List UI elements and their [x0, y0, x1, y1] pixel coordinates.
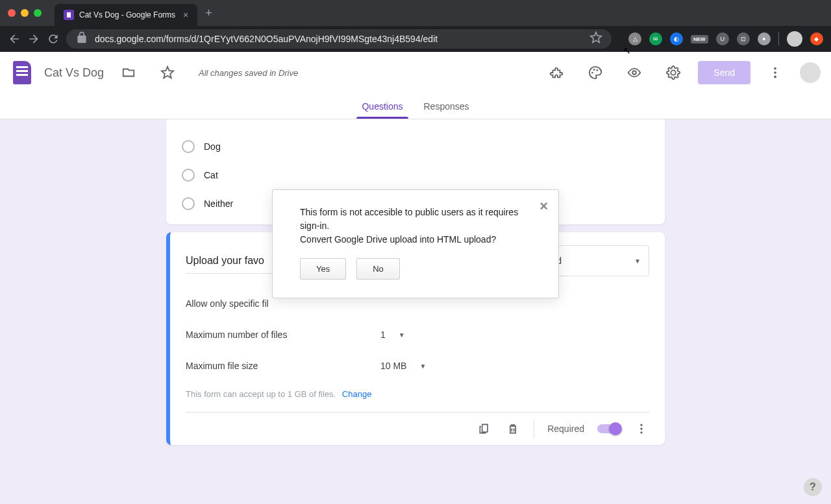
option-label: Cat [204, 170, 218, 180]
svg-point-4 [774, 67, 776, 70]
minimize-window-button[interactable] [21, 9, 29, 17]
required-label: Required [547, 424, 584, 434]
extension-end-icon[interactable]: ◆ [810, 32, 823, 45]
option-label: Neither [204, 198, 233, 209]
setting-max-files: Maximum number of files 1 ▼ [186, 319, 649, 350]
extension-icons: △ ✉ ◐ NEW U ⊡ ● ◆ [628, 31, 823, 47]
radio-icon [182, 197, 195, 210]
tab-responses[interactable]: Responses [414, 93, 480, 119]
svg-point-2 [597, 69, 599, 71]
star-button[interactable] [153, 58, 182, 87]
note-text: This form can accept up to 1 GB of files… [186, 389, 336, 399]
select-value: 10 MB [380, 361, 406, 371]
svg-point-3 [633, 71, 637, 75]
url-bar[interactable]: docs.google.com/forms/d/1QrEYytV662N0O5a… [66, 29, 612, 49]
yes-button[interactable]: Yes [300, 258, 346, 280]
preview-button[interactable] [620, 58, 649, 87]
chevron-down-icon: ▼ [419, 363, 426, 370]
radio-icon [182, 169, 195, 182]
no-button[interactable]: No [356, 258, 400, 280]
dialog-line1: This form is not accesible to public use… [300, 207, 518, 231]
setting-label: Maximum file size [186, 361, 380, 371]
app-header: Cat Vs Dog All changes saved in Drive Se… [0, 52, 831, 93]
extension-drive-icon[interactable]: △ [628, 32, 641, 45]
delete-button[interactable] [505, 421, 521, 437]
option-label: Dog [204, 141, 221, 152]
duplicate-button[interactable] [477, 421, 492, 437]
extension-new-badge[interactable]: NEW [691, 35, 708, 43]
separator [534, 419, 534, 438]
separator [778, 32, 779, 45]
saved-status: All changes saved in Drive [199, 68, 298, 78]
move-to-folder-button[interactable] [114, 58, 143, 87]
lock-icon [75, 31, 88, 47]
storage-note: This form can accept up to 1 GB of files… [186, 381, 649, 407]
help-button[interactable]: ? [804, 478, 822, 496]
favicon-icon [64, 10, 74, 20]
svg-point-6 [774, 76, 776, 78]
setting-label: Allow only specific fil [186, 298, 380, 309]
extension-mail-icon[interactable]: ✉ [649, 32, 662, 45]
close-tab-icon[interactable]: × [183, 10, 188, 20]
close-window-button[interactable] [8, 9, 16, 17]
svg-point-1 [593, 69, 595, 71]
svg-point-7 [640, 424, 642, 426]
browser-tab[interactable]: Cat Vs Dog - Google Forms × [55, 4, 197, 26]
url-text: docs.google.com/forms/d/1QrEYytV662N0O5a… [95, 34, 583, 44]
extension-dot-icon[interactable]: ● [758, 32, 771, 45]
chevron-down-icon: ▼ [634, 258, 641, 265]
dialog-message: This form is not accesible to public use… [300, 206, 531, 246]
extension-shield-icon[interactable]: U [716, 32, 729, 45]
svg-point-5 [774, 71, 776, 74]
more-menu-button[interactable] [761, 58, 789, 87]
customize-theme-button[interactable] [581, 58, 610, 87]
setting-label: Maximum number of files [186, 330, 380, 340]
svg-point-8 [640, 427, 642, 429]
radio-icon [182, 140, 195, 153]
extension-chat-icon[interactable]: ⊡ [737, 32, 750, 45]
send-button[interactable]: Send [698, 61, 750, 84]
tab-questions[interactable]: Questions [351, 93, 413, 119]
browser-address-bar: docs.google.com/forms/d/1QrEYytV662N0O5a… [0, 26, 831, 52]
back-button[interactable] [8, 32, 21, 45]
chevron-down-icon: ▼ [399, 331, 405, 339]
bookmark-star-icon[interactable] [589, 31, 602, 47]
svg-point-0 [591, 72, 593, 74]
change-link[interactable]: Change [342, 389, 372, 399]
radio-option[interactable]: Cat [182, 161, 649, 189]
window-controls [8, 9, 42, 17]
user-avatar[interactable] [800, 62, 821, 83]
new-tab-button[interactable]: + [205, 6, 212, 20]
forward-button[interactable] [27, 32, 40, 45]
addons-button[interactable] [542, 58, 571, 87]
extension-circle-icon[interactable]: ◐ [670, 32, 683, 45]
dialog-line2: Convert Google Drive upload into HTML up… [300, 234, 496, 245]
max-files-select[interactable]: 1 ▼ [380, 330, 405, 340]
select-value: 1 [380, 330, 386, 340]
question-more-button[interactable] [634, 421, 649, 437]
tab-title: Cat Vs Dog - Google Forms [79, 10, 175, 19]
radio-option[interactable]: Dog [182, 132, 649, 161]
max-size-select[interactable]: 10 MB ▼ [380, 361, 426, 371]
required-toggle[interactable] [597, 424, 621, 433]
reload-button[interactable] [47, 32, 60, 45]
form-title[interactable]: Cat Vs Dog [44, 66, 104, 80]
google-forms-logo-icon[interactable] [10, 58, 34, 87]
settings-button[interactable] [659, 58, 688, 87]
browser-tab-bar: Cat Vs Dog - Google Forms × + [0, 0, 831, 26]
svg-point-9 [640, 431, 642, 433]
close-icon[interactable]: × [540, 198, 548, 215]
setting-max-size: Maximum file size 10 MB ▼ [186, 350, 649, 381]
confirm-dialog: × This form is not accesible to public u… [272, 189, 559, 298]
maximize-window-button[interactable] [34, 9, 42, 17]
app-tabs: Questions Responses [0, 93, 831, 119]
card-footer: Required [186, 412, 649, 445]
browser-profile-avatar[interactable] [787, 31, 802, 47]
